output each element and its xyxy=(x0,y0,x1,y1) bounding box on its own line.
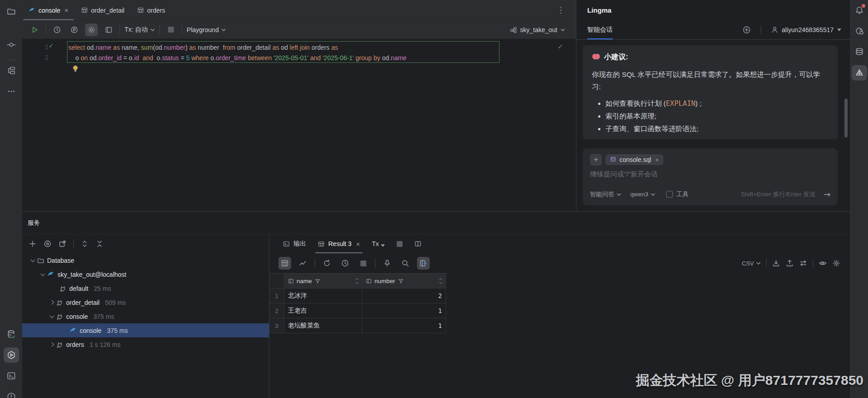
commit-icon[interactable] xyxy=(4,37,19,52)
send-button[interactable]: → xyxy=(824,190,830,199)
tree-row-datasource[interactable]: sky_take_out@localhost xyxy=(22,267,269,281)
tab-smart-session[interactable]: 智能会话 xyxy=(587,20,613,39)
terminal-icon[interactable] xyxy=(4,368,19,384)
compare-icon[interactable] xyxy=(799,259,807,267)
chat-input[interactable] xyxy=(590,170,830,190)
add-context-button[interactable]: + xyxy=(590,154,602,166)
results-settings-gear-icon[interactable] xyxy=(832,259,840,267)
grid-view-icon[interactable] xyxy=(278,257,291,270)
sql-editor[interactable]: 1 2 ✓ select od.name as name, sum(od.num… xyxy=(22,39,576,211)
tx-mode-dropdown[interactable]: Tx: 自动 xyxy=(125,26,155,34)
sort-icon[interactable] xyxy=(356,279,358,284)
column-header-number[interactable]: number xyxy=(362,274,446,289)
parameters-icon[interactable] xyxy=(68,24,81,36)
cell-number[interactable]: 1 xyxy=(362,303,446,318)
cell-name[interactable]: 老坛酸菜鱼 xyxy=(284,318,362,333)
expand-all-icon[interactable] xyxy=(81,240,89,248)
tree-row-console-query-selected[interactable]: console 375 ms xyxy=(22,323,269,337)
open-in-new-icon[interactable] xyxy=(58,240,67,248)
database-changes-icon[interactable] xyxy=(4,327,19,342)
download-icon[interactable] xyxy=(772,259,780,267)
result-grid: name number 1 北冰洋 2 2 xyxy=(269,273,446,333)
tab-result-3-close-icon[interactable]: × xyxy=(356,240,360,248)
tab-console-close-icon[interactable]: × xyxy=(64,6,68,14)
left-activity-bar xyxy=(0,0,22,398)
tab-order-detail[interactable]: order_detail xyxy=(75,0,131,20)
more-tools-icon[interactable] xyxy=(4,84,19,99)
filter-funnel-icon[interactable] xyxy=(398,278,404,284)
context-chip-close-icon[interactable]: × xyxy=(655,156,659,163)
filter-funnel-icon[interactable] xyxy=(315,278,321,284)
account-dropdown[interactable]: aliyun2468365517 xyxy=(771,26,841,33)
export-format-dropdown[interactable]: CSV xyxy=(742,260,761,267)
services-icon[interactable] xyxy=(4,347,19,363)
new-session-icon[interactable] xyxy=(743,26,751,34)
view-options-eye-icon[interactable] xyxy=(819,259,827,267)
notifications-bell-icon[interactable] xyxy=(852,3,867,18)
editor-gutter: 1 2 ✓ xyxy=(22,39,67,211)
search-icon[interactable] xyxy=(399,257,412,270)
project-folder-icon[interactable] xyxy=(4,4,19,19)
intention-bulb-icon[interactable] xyxy=(72,65,79,74)
collapse-all-icon[interactable] xyxy=(96,240,104,248)
lingma-chat-icon[interactable] xyxy=(852,24,867,39)
schema-switcher[interactable]: sky_take_out xyxy=(510,26,570,33)
pin-tab-icon[interactable] xyxy=(381,257,393,270)
tree-label: orders xyxy=(66,341,84,348)
preview-eye-icon[interactable] xyxy=(43,240,52,248)
column-header-name[interactable]: name xyxy=(284,274,362,289)
run-button[interactable] xyxy=(29,24,41,36)
sort-icon[interactable] xyxy=(440,279,442,284)
results-stop-button[interactable] xyxy=(392,234,407,253)
auto-refresh-clock-icon[interactable] xyxy=(339,257,351,270)
cell-number[interactable]: 2 xyxy=(362,289,446,303)
cell-name[interactable]: 王老吉 xyxy=(284,303,362,318)
results-pause-button[interactable] xyxy=(357,257,369,270)
tab-orders[interactable]: orders xyxy=(131,0,172,20)
tree-row-orders-session[interactable]: orders 1 s 126 ms xyxy=(22,337,269,351)
chat-heading: 小建议: xyxy=(604,52,628,62)
tree-row-console-session[interactable]: console 375 ms xyxy=(22,309,269,323)
cell-number[interactable]: 1 xyxy=(362,318,446,333)
application-window: console × order_detail orders ⋮ xyxy=(0,0,868,398)
column-number-label: number xyxy=(374,278,395,284)
context-chip-console-sql[interactable]: console.sql × xyxy=(605,154,663,165)
upload-icon[interactable] xyxy=(786,259,794,267)
bullet1-suffix: ) ; xyxy=(695,100,702,107)
profile-dropdown[interactable]: Playground xyxy=(187,26,226,33)
model-dropdown[interactable]: qwen3 xyxy=(630,191,655,198)
stop-button[interactable] xyxy=(164,24,177,36)
chat-bullet-1: 如何查看执行计划 (EXPLAIN) ; xyxy=(605,97,829,110)
history-icon[interactable] xyxy=(51,24,63,36)
structure-icon[interactable] xyxy=(4,63,19,78)
row-number-header[interactable] xyxy=(269,274,284,289)
in-editor-results-icon[interactable] xyxy=(102,24,115,36)
split-view-icon[interactable] xyxy=(410,234,426,253)
chart-view-icon[interactable] xyxy=(297,257,309,270)
line-number: 2 xyxy=(30,54,48,61)
tree-row-database[interactable]: Database xyxy=(22,253,269,267)
settings-gear-icon[interactable] xyxy=(85,24,98,36)
tab-output[interactable]: 输出 xyxy=(278,234,311,253)
cell-name[interactable]: 北冰洋 xyxy=(284,289,362,303)
tree-row-order-detail-session[interactable]: order_detail 509 ms xyxy=(22,295,269,309)
tab-console[interactable]: console × xyxy=(22,0,75,20)
tools-checkbox[interactable] xyxy=(666,191,673,198)
chat-scrollbar[interactable] xyxy=(844,99,848,137)
refresh-icon[interactable] xyxy=(321,257,333,270)
tab-tx-dropdown[interactable]: Tx xyxy=(367,234,389,253)
mode-dropdown[interactable]: 智能问答 xyxy=(590,190,621,199)
bullet1-code: EXPLAIN xyxy=(666,100,695,108)
column-filter-icon[interactable] xyxy=(417,257,430,270)
tree-label: Database xyxy=(47,257,74,264)
tab-result-3[interactable]: Result 3 × xyxy=(313,234,364,253)
database-tool-icon[interactable] xyxy=(852,44,867,60)
lingma-logo-icon[interactable] xyxy=(852,65,867,81)
brain-icon xyxy=(592,53,600,61)
tab-options-kebab-icon[interactable]: ⋮ xyxy=(546,0,576,20)
add-service-button[interactable] xyxy=(29,240,37,248)
tree-duration: 375 ms xyxy=(93,313,114,320)
tree-row-default-session[interactable]: default 25 ms xyxy=(22,281,269,295)
tree-duration: 25 ms xyxy=(94,285,111,292)
problems-icon[interactable] xyxy=(4,389,19,398)
